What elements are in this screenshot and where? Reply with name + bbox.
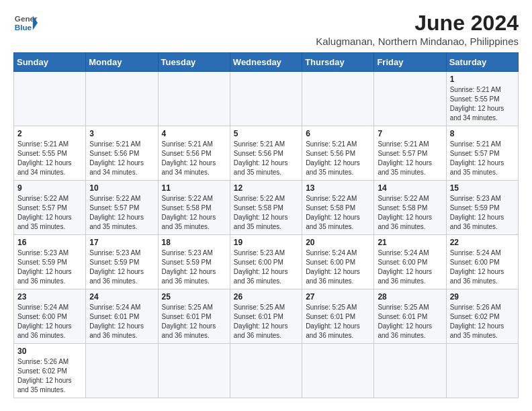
day-info: Sunrise: 5:24 AM Sunset: 6:01 PM Dayligh… [89,303,154,340]
day-info: Sunrise: 5:23 AM Sunset: 5:59 PM Dayligh… [17,248,82,286]
svg-text:Blue: Blue [15,23,32,32]
calendar-cell: 27Sunrise: 5:25 AM Sunset: 6:01 PM Dayli… [302,289,374,344]
calendar-cell: 16Sunrise: 5:23 AM Sunset: 5:59 PM Dayli… [14,235,86,289]
day-number: 20 [306,238,370,247]
day-info: Sunrise: 5:23 AM Sunset: 5:59 PM Dayligh… [162,248,226,286]
day-number: 21 [378,238,442,247]
day-number: 25 [162,292,226,302]
calendar-cell [158,344,230,398]
day-info: Sunrise: 5:21 AM Sunset: 5:56 PM Dayligh… [162,140,226,177]
weekday-header-wednesday: Wednesday [230,53,302,72]
day-info: Sunrise: 5:22 AM Sunset: 5:57 PM Dayligh… [89,194,154,232]
day-number: 10 [89,183,154,193]
day-number: 26 [234,292,298,302]
calendar-cell: 25Sunrise: 5:25 AM Sunset: 6:01 PM Dayli… [158,289,230,344]
day-info: Sunrise: 5:22 AM Sunset: 5:58 PM Dayligh… [234,194,298,232]
title-area: June 2024 Kalugmanan, Northern Mindanao,… [316,11,519,47]
calendar-cell [230,344,302,398]
page-subtitle: Kalugmanan, Northern Mindanao, Philippin… [316,36,519,47]
day-number: 18 [162,238,226,247]
weekday-header-thursday: Thursday [302,53,374,72]
day-number: 6 [306,129,370,138]
day-info: Sunrise: 5:23 AM Sunset: 6:00 PM Dayligh… [234,248,298,286]
day-info: Sunrise: 5:21 AM Sunset: 5:56 PM Dayligh… [234,140,298,177]
calendar-cell: 17Sunrise: 5:23 AM Sunset: 5:59 PM Dayli… [86,235,158,289]
calendar-week-6: 30Sunrise: 5:26 AM Sunset: 6:02 PM Dayli… [14,344,519,398]
day-info: Sunrise: 5:21 AM Sunset: 5:55 PM Dayligh… [17,140,82,177]
day-number: 17 [89,238,154,247]
day-number: 3 [89,129,154,138]
calendar-cell: 4Sunrise: 5:21 AM Sunset: 5:56 PM Daylig… [158,126,230,181]
calendar-cell: 6Sunrise: 5:21 AM Sunset: 5:56 PM Daylig… [302,126,374,181]
weekday-header-friday: Friday [374,53,446,72]
day-number: 15 [450,183,515,193]
day-number: 19 [234,238,298,247]
weekday-header-sunday: Sunday [14,53,86,72]
calendar-cell: 5Sunrise: 5:21 AM Sunset: 5:56 PM Daylig… [230,126,302,181]
calendar-cell: 19Sunrise: 5:23 AM Sunset: 6:00 PM Dayli… [230,235,302,289]
calendar-cell [86,72,158,126]
day-info: Sunrise: 5:24 AM Sunset: 6:00 PM Dayligh… [306,248,370,286]
day-number: 1 [450,75,515,84]
day-info: Sunrise: 5:22 AM Sunset: 5:58 PM Dayligh… [162,194,226,232]
calendar-cell [302,72,374,126]
weekday-header-saturday: Saturday [446,53,518,72]
day-info: Sunrise: 5:24 AM Sunset: 6:00 PM Dayligh… [17,303,82,340]
day-info: Sunrise: 5:22 AM Sunset: 5:57 PM Dayligh… [17,194,82,232]
calendar-cell [374,72,446,126]
calendar-cell [374,344,446,398]
calendar-cell [302,344,374,398]
day-info: Sunrise: 5:25 AM Sunset: 6:01 PM Dayligh… [162,303,226,340]
calendar-cell [158,72,230,126]
calendar-cell: 10Sunrise: 5:22 AM Sunset: 5:57 PM Dayli… [86,181,158,235]
calendar-cell: 22Sunrise: 5:24 AM Sunset: 6:00 PM Dayli… [446,235,518,289]
calendar-cell: 30Sunrise: 5:26 AM Sunset: 6:02 PM Dayli… [14,344,86,398]
calendar-cell: 11Sunrise: 5:22 AM Sunset: 5:58 PM Dayli… [158,181,230,235]
calendar-cell: 13Sunrise: 5:22 AM Sunset: 5:58 PM Dayli… [302,181,374,235]
day-info: Sunrise: 5:25 AM Sunset: 6:01 PM Dayligh… [306,303,370,340]
day-info: Sunrise: 5:22 AM Sunset: 5:58 PM Dayligh… [378,194,442,232]
day-number: 16 [17,238,82,247]
calendar-week-1: 1Sunrise: 5:21 AM Sunset: 5:55 PM Daylig… [14,72,519,126]
logo: General Blue [13,11,38,35]
day-number: 29 [450,292,515,302]
day-info: Sunrise: 5:26 AM Sunset: 6:02 PM Dayligh… [17,357,82,395]
day-info: Sunrise: 5:23 AM Sunset: 5:59 PM Dayligh… [450,194,515,232]
day-info: Sunrise: 5:22 AM Sunset: 5:58 PM Dayligh… [306,194,370,232]
day-info: Sunrise: 5:25 AM Sunset: 6:01 PM Dayligh… [378,303,442,340]
day-info: Sunrise: 5:21 AM Sunset: 5:57 PM Dayligh… [450,140,515,177]
calendar-cell: 21Sunrise: 5:24 AM Sunset: 6:00 PM Dayli… [374,235,446,289]
day-info: Sunrise: 5:24 AM Sunset: 6:00 PM Dayligh… [378,248,442,286]
day-info: Sunrise: 5:21 AM Sunset: 5:56 PM Dayligh… [306,140,370,177]
calendar-cell: 15Sunrise: 5:23 AM Sunset: 5:59 PM Dayli… [446,181,518,235]
day-number: 27 [306,292,370,302]
page-title: June 2024 [316,11,519,36]
day-info: Sunrise: 5:21 AM Sunset: 5:56 PM Dayligh… [89,140,154,177]
calendar-cell [86,344,158,398]
day-info: Sunrise: 5:21 AM Sunset: 5:57 PM Dayligh… [378,140,442,177]
day-number: 7 [378,129,442,138]
weekday-header-monday: Monday [86,53,158,72]
calendar-cell: 2Sunrise: 5:21 AM Sunset: 5:55 PM Daylig… [14,126,86,181]
calendar-table: SundayMondayTuesdayWednesdayThursdayFrid… [13,52,519,398]
calendar-cell: 20Sunrise: 5:24 AM Sunset: 6:00 PM Dayli… [302,235,374,289]
calendar-cell [230,72,302,126]
calendar-cell: 7Sunrise: 5:21 AM Sunset: 5:57 PM Daylig… [374,126,446,181]
day-number: 22 [450,238,515,247]
calendar-week-2: 2Sunrise: 5:21 AM Sunset: 5:55 PM Daylig… [14,126,519,181]
day-info: Sunrise: 5:24 AM Sunset: 6:00 PM Dayligh… [450,248,515,286]
day-number: 14 [378,183,442,193]
calendar-cell: 8Sunrise: 5:21 AM Sunset: 5:57 PM Daylig… [446,126,518,181]
calendar-cell: 12Sunrise: 5:22 AM Sunset: 5:58 PM Dayli… [230,181,302,235]
calendar-cell: 3Sunrise: 5:21 AM Sunset: 5:56 PM Daylig… [86,126,158,181]
calendar-cell [14,72,86,126]
day-number: 5 [234,129,298,138]
day-number: 4 [162,129,226,138]
day-info: Sunrise: 5:26 AM Sunset: 6:02 PM Dayligh… [450,303,515,340]
weekday-header-row: SundayMondayTuesdayWednesdayThursdayFrid… [14,53,519,72]
day-info: Sunrise: 5:23 AM Sunset: 5:59 PM Dayligh… [89,248,154,286]
day-number: 13 [306,183,370,193]
day-number: 30 [17,347,82,356]
day-number: 12 [234,183,298,193]
day-info: Sunrise: 5:25 AM Sunset: 6:01 PM Dayligh… [234,303,298,340]
